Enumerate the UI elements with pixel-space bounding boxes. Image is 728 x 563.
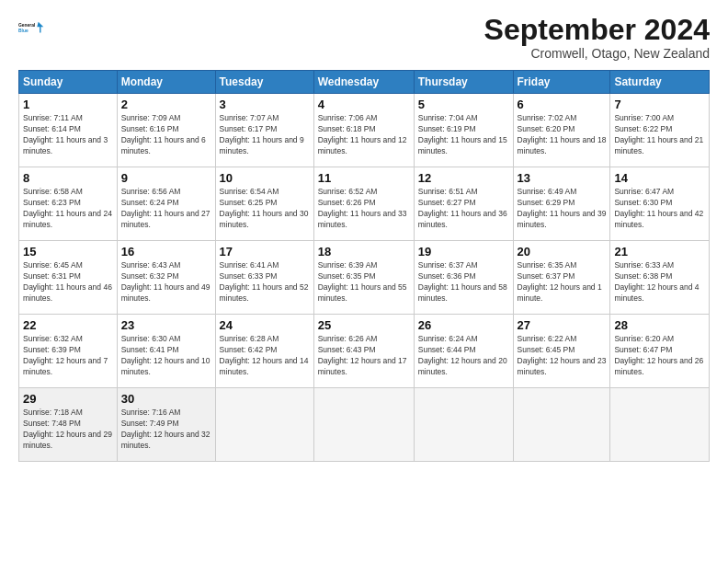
day-number: 11 <box>318 171 410 185</box>
day-number: 27 <box>518 318 607 332</box>
calendar-header: Sunday Monday Tuesday Wednesday Thursday… <box>19 71 710 94</box>
table-row: 16Sunrise: 6:43 AMSunset: 6:32 PMDayligh… <box>117 241 215 315</box>
table-row: 5Sunrise: 7:04 AMSunset: 6:19 PMDaylight… <box>414 94 513 167</box>
day-number: 28 <box>614 318 705 332</box>
table-row: 28Sunrise: 6:20 AMSunset: 6:47 PMDayligh… <box>610 315 710 388</box>
day-detail: Sunrise: 6:43 AMSunset: 6:32 PMDaylight:… <box>121 260 211 304</box>
day-number: 9 <box>121 171 211 185</box>
table-row: 14Sunrise: 6:47 AMSunset: 6:30 PMDayligh… <box>610 167 710 241</box>
day-detail: Sunrise: 7:16 AMSunset: 7:49 PMDaylight:… <box>121 408 211 452</box>
day-detail: Sunrise: 6:24 AMSunset: 6:44 PMDaylight:… <box>418 334 509 378</box>
table-row: 30Sunrise: 7:16 AMSunset: 7:49 PMDayligh… <box>117 388 215 462</box>
table-row: 13Sunrise: 6:49 AMSunset: 6:29 PMDayligh… <box>513 167 610 241</box>
col-saturday: Saturday <box>610 71 710 94</box>
table-row: 10Sunrise: 6:54 AMSunset: 6:25 PMDayligh… <box>215 167 313 241</box>
day-detail: Sunrise: 7:18 AMSunset: 7:48 PMDaylight:… <box>23 408 113 452</box>
day-detail: Sunrise: 6:45 AMSunset: 6:31 PMDaylight:… <box>23 260 113 304</box>
table-row: 24Sunrise: 6:28 AMSunset: 6:42 PMDayligh… <box>215 315 313 388</box>
table-row: 21Sunrise: 6:33 AMSunset: 6:38 PMDayligh… <box>610 241 710 315</box>
day-number: 21 <box>614 245 705 259</box>
logo-icon: GeneralBlue <box>18 15 44 40</box>
day-detail: Sunrise: 6:30 AMSunset: 6:41 PMDaylight:… <box>121 334 211 378</box>
day-number: 15 <box>23 245 113 259</box>
table-row <box>313 388 414 462</box>
table-row: 18Sunrise: 6:39 AMSunset: 6:35 PMDayligh… <box>313 241 414 315</box>
day-detail: Sunrise: 6:47 AMSunset: 6:30 PMDaylight:… <box>614 187 705 231</box>
day-detail: Sunrise: 7:04 AMSunset: 6:19 PMDaylight:… <box>418 113 509 157</box>
table-row: 22Sunrise: 6:32 AMSunset: 6:39 PMDayligh… <box>19 315 118 388</box>
table-row: 6Sunrise: 7:02 AMSunset: 6:20 PMDaylight… <box>513 94 610 167</box>
calendar-table: Sunday Monday Tuesday Wednesday Thursday… <box>18 70 710 462</box>
calendar-body: 1Sunrise: 7:11 AMSunset: 6:14 PMDaylight… <box>19 94 710 462</box>
day-detail: Sunrise: 7:11 AMSunset: 6:14 PMDaylight:… <box>23 113 113 157</box>
day-number: 4 <box>318 98 410 111</box>
day-detail: Sunrise: 7:07 AMSunset: 6:17 PMDaylight:… <box>220 113 310 157</box>
day-number: 3 <box>220 98 310 111</box>
table-row: 8Sunrise: 6:58 AMSunset: 6:23 PMDaylight… <box>19 167 118 241</box>
col-sunday: Sunday <box>19 71 118 94</box>
day-detail: Sunrise: 6:56 AMSunset: 6:24 PMDaylight:… <box>121 187 211 231</box>
day-number: 17 <box>220 245 310 259</box>
table-row <box>610 388 710 462</box>
table-row: 17Sunrise: 6:41 AMSunset: 6:33 PMDayligh… <box>215 241 313 315</box>
day-number: 2 <box>121 98 211 111</box>
day-number: 12 <box>418 171 509 185</box>
day-detail: Sunrise: 6:51 AMSunset: 6:27 PMDaylight:… <box>418 187 509 231</box>
table-row <box>215 388 313 462</box>
table-row: 4Sunrise: 7:06 AMSunset: 6:18 PMDaylight… <box>313 94 414 167</box>
day-number: 19 <box>418 245 509 259</box>
day-detail: Sunrise: 6:26 AMSunset: 6:43 PMDaylight:… <box>318 334 410 378</box>
day-detail: Sunrise: 6:39 AMSunset: 6:35 PMDaylight:… <box>318 260 410 304</box>
table-row <box>513 388 610 462</box>
day-number: 22 <box>23 318 113 332</box>
table-row: 23Sunrise: 6:30 AMSunset: 6:41 PMDayligh… <box>117 315 215 388</box>
col-wednesday: Wednesday <box>313 71 414 94</box>
day-number: 8 <box>23 171 113 185</box>
col-tuesday: Tuesday <box>215 71 313 94</box>
table-row: 7Sunrise: 7:00 AMSunset: 6:22 PMDaylight… <box>610 94 710 167</box>
svg-marker-2 <box>37 22 43 33</box>
table-row: 26Sunrise: 6:24 AMSunset: 6:44 PMDayligh… <box>414 315 513 388</box>
day-detail: Sunrise: 7:06 AMSunset: 6:18 PMDaylight:… <box>318 113 410 157</box>
table-row: 12Sunrise: 6:51 AMSunset: 6:27 PMDayligh… <box>414 167 513 241</box>
month-title: September 2024 <box>484 15 710 44</box>
table-row: 15Sunrise: 6:45 AMSunset: 6:31 PMDayligh… <box>19 241 118 315</box>
table-row: 25Sunrise: 6:26 AMSunset: 6:43 PMDayligh… <box>313 315 414 388</box>
svg-text:General: General <box>18 23 36 28</box>
col-friday: Friday <box>513 71 610 94</box>
day-number: 6 <box>518 98 607 111</box>
table-row: 29Sunrise: 7:18 AMSunset: 7:48 PMDayligh… <box>19 388 118 462</box>
day-detail: Sunrise: 6:41 AMSunset: 6:33 PMDaylight:… <box>220 260 310 304</box>
day-number: 16 <box>121 245 211 259</box>
header: GeneralBlue General Blue September 2024 … <box>18 15 710 61</box>
day-detail: Sunrise: 7:09 AMSunset: 6:16 PMDaylight:… <box>121 113 211 157</box>
col-thursday: Thursday <box>414 71 513 94</box>
day-detail: Sunrise: 6:37 AMSunset: 6:36 PMDaylight:… <box>418 260 509 304</box>
day-number: 30 <box>121 392 211 406</box>
table-row <box>414 388 513 462</box>
day-detail: Sunrise: 6:54 AMSunset: 6:25 PMDaylight:… <box>220 187 310 231</box>
day-detail: Sunrise: 7:00 AMSunset: 6:22 PMDaylight:… <box>614 113 705 157</box>
svg-text:Blue: Blue <box>18 29 28 33</box>
table-row: 19Sunrise: 6:37 AMSunset: 6:36 PMDayligh… <box>414 241 513 315</box>
day-number: 26 <box>418 318 509 332</box>
day-number: 20 <box>518 245 607 259</box>
day-number: 25 <box>318 318 410 332</box>
table-row: 2Sunrise: 7:09 AMSunset: 6:16 PMDaylight… <box>117 94 215 167</box>
title-block: September 2024 Cromwell, Otago, New Zeal… <box>484 15 710 61</box>
table-row: 20Sunrise: 6:35 AMSunset: 6:37 PMDayligh… <box>513 241 610 315</box>
day-number: 10 <box>220 171 310 185</box>
location: Cromwell, Otago, New Zealand <box>484 46 710 61</box>
day-number: 24 <box>220 318 310 332</box>
day-detail: Sunrise: 6:52 AMSunset: 6:26 PMDaylight:… <box>318 187 410 231</box>
table-row: 1Sunrise: 7:11 AMSunset: 6:14 PMDaylight… <box>19 94 118 167</box>
day-number: 29 <box>23 392 113 406</box>
day-detail: Sunrise: 6:35 AMSunset: 6:37 PMDaylight:… <box>518 260 607 304</box>
day-detail: Sunrise: 6:28 AMSunset: 6:42 PMDaylight:… <box>220 334 310 378</box>
day-number: 18 <box>318 245 410 259</box>
table-row: 27Sunrise: 6:22 AMSunset: 6:45 PMDayligh… <box>513 315 610 388</box>
table-row: 3Sunrise: 7:07 AMSunset: 6:17 PMDaylight… <box>215 94 313 167</box>
day-detail: Sunrise: 6:58 AMSunset: 6:23 PMDaylight:… <box>23 187 113 231</box>
day-number: 7 <box>614 98 705 111</box>
day-detail: Sunrise: 6:33 AMSunset: 6:38 PMDaylight:… <box>614 260 705 304</box>
